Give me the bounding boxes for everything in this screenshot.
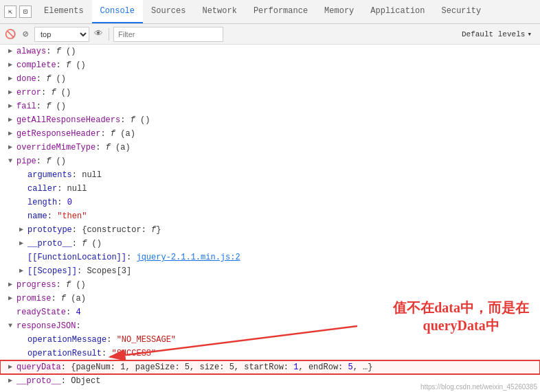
expand-arrow[interactable]	[5, 128, 15, 140]
list-item: operationResult: "SUCCESS"	[0, 347, 540, 360]
expand-arrow[interactable]	[5, 73, 15, 85]
line-text: pipe: f ()	[16, 155, 540, 168]
console-toolbar: 🚫 ⊘ top 👁 Default levels ▾	[0, 24, 540, 45]
expand-arrow[interactable]	[5, 114, 15, 126]
list-item: fail: f ()	[0, 100, 540, 113]
line-text: length: 0	[27, 196, 540, 209]
expand-arrow[interactable]	[5, 375, 15, 387]
tab-bar: ⇱ ⊡ Elements Console Sources Network Per…	[0, 0, 540, 24]
line-text: complete: f ()	[16, 59, 540, 71]
line-text: [[Scopes]]: Scopes[3]	[27, 265, 540, 277]
default-levels-dropdown[interactable]: Default levels ▾	[458, 30, 536, 38]
list-item: pipe: f ()	[0, 154, 540, 168]
line-text: __proto__: Object	[16, 375, 540, 387]
list-item: caller: null	[0, 182, 540, 196]
divider	[109, 28, 109, 41]
list-item: getResponseHeader: f (a)	[0, 127, 540, 141]
line-text: progress: f ()	[16, 279, 540, 291]
expand-arrow[interactable]	[16, 265, 26, 277]
devtools-icon[interactable]: ⇱	[4, 5, 16, 18]
list-item: done: f ()	[0, 72, 540, 86]
line-text: name: "then"	[27, 210, 540, 222]
list-item: operationMessage: "NO_MESSAGE"	[0, 333, 540, 347]
list-item: name: "then"	[0, 209, 540, 223]
line-text: always: f ()	[16, 45, 540, 58]
clear-console-icon[interactable]: 🚫	[4, 28, 16, 41]
list-item: arguments: null	[0, 168, 540, 182]
expand-arrow[interactable]	[5, 59, 15, 71]
line-text: arguments: null	[27, 169, 540, 181]
line-text: error: f ()	[16, 87, 540, 99]
block-icon[interactable]: ⊘	[19, 28, 32, 41]
list-item: [[Scopes]]: Scopes[3]	[0, 264, 540, 278]
chevron-down-icon: ▾	[527, 30, 532, 38]
expand-arrow[interactable]	[5, 155, 15, 168]
inspect-icon[interactable]: ⊡	[19, 5, 32, 18]
list-item: progress: f ()	[0, 278, 540, 292]
list-item: [[FunctionLocation]]: jquery-2.1.1.min.j…	[0, 251, 540, 264]
expand-arrow[interactable]	[16, 238, 26, 250]
list-item: readyState: 4	[0, 305, 540, 319]
line-text: __proto__: f ()	[27, 238, 540, 250]
line-text: prototype: {constructor: f}	[27, 224, 540, 236]
list-item: __proto__: Object	[0, 374, 540, 388]
expand-arrow[interactable]	[5, 45, 15, 58]
default-levels-label: Default levels	[462, 30, 525, 38]
line-text: responseJSON:	[16, 320, 540, 332]
eye-icon[interactable]: 👁	[92, 28, 104, 41]
line-text: overrideMimeType: f (a)	[16, 141, 540, 154]
expand-arrow[interactable]	[5, 361, 15, 373]
tab-network[interactable]: Network	[194, 0, 245, 23]
line-text: queryData: {pageNum: 1, pageSize: 5, siz…	[16, 361, 540, 373]
expand-arrow[interactable]	[5, 292, 15, 305]
expand-arrow[interactable]	[5, 279, 15, 291]
line-text: readyState: 4	[16, 306, 540, 319]
list-item: responseJSON:	[0, 319, 540, 333]
line-text: done: f ()	[16, 73, 540, 85]
expand-arrow[interactable]	[5, 100, 15, 113]
console-output: always: f () complete: f () done: f () e…	[0, 45, 540, 392]
tab-application[interactable]: Application	[362, 0, 433, 23]
tab-console[interactable]: Console	[92, 0, 143, 23]
expand-arrow[interactable]	[5, 87, 15, 99]
tab-elements[interactable]: Elements	[36, 0, 92, 23]
tab-performance[interactable]: Performance	[245, 0, 316, 23]
line-text: getAllResponseHeaders: f ()	[16, 114, 540, 126]
tab-sources[interactable]: Sources	[143, 0, 194, 23]
function-location-link[interactable]: jquery-2.1.1.min.js:2	[136, 253, 240, 262]
list-item: error: f ()	[0, 86, 540, 100]
query-data-line: queryData: {pageNum: 1, pageSize: 5, siz…	[0, 360, 540, 374]
expand-arrow[interactable]	[16, 224, 26, 236]
line-text: promise: f (a)	[16, 292, 540, 305]
tab-memory[interactable]: Memory	[316, 0, 362, 23]
line-text: [[FunctionLocation]]: jquery-2.1.1.min.j…	[27, 251, 540, 264]
line-text: getResponseHeader: f (a)	[16, 128, 540, 140]
tab-icons: ⇱ ⊡	[0, 0, 36, 23]
line-text: caller: null	[27, 183, 540, 195]
list-item: prototype: {constructor: f}	[0, 223, 540, 237]
context-selector[interactable]: top	[34, 27, 89, 42]
tab-security[interactable]: Security	[434, 0, 490, 23]
expand-arrow[interactable]	[5, 320, 15, 332]
list-item: always: f ()	[0, 45, 540, 58]
list-item: length: 0	[0, 196, 540, 209]
devtools-window: ⇱ ⊡ Elements Console Sources Network Per…	[0, 0, 540, 392]
list-item: getAllResponseHeaders: f ()	[0, 113, 540, 127]
list-item: __proto__: f ()	[0, 237, 540, 251]
list-item: complete: f ()	[0, 58, 540, 72]
line-text: operationMessage: "NO_MESSAGE"	[27, 334, 540, 346]
list-item: overrideMimeType: f (a)	[0, 141, 540, 154]
filter-input[interactable]	[113, 27, 223, 42]
line-text: fail: f ()	[16, 100, 540, 113]
line-text: operationResult: "SUCCESS"	[27, 347, 540, 360]
expand-arrow[interactable]	[5, 141, 15, 154]
list-item: promise: f (a)	[0, 292, 540, 305]
